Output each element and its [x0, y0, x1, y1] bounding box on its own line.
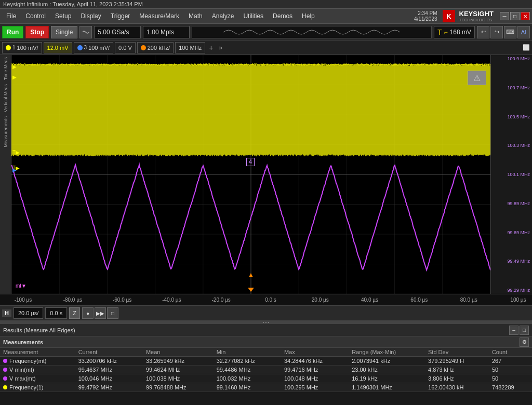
table-column-header: Range (Max-Min) — [349, 348, 425, 357]
math-tab[interactable]: 200 kHz/ — [137, 42, 174, 53]
math-scale: 200 kHz/ — [148, 45, 170, 51]
ch1-indicator — [6, 45, 11, 50]
memory-depth-display: 1.00 Mpts — [143, 26, 190, 38]
stop-button[interactable]: Stop — [25, 26, 49, 38]
menu-item-math[interactable]: Math — [184, 11, 207, 21]
channel-3-tab[interactable]: 3 100 mV/ — [74, 42, 114, 53]
menu-item-utilities[interactable]: Utilities — [239, 11, 268, 21]
time-label: 60.0 µs — [407, 297, 431, 303]
maximize-button[interactable]: □ — [510, 12, 520, 20]
table-column-header: Current — [75, 348, 143, 357]
channel-1-tab[interactable]: 1 100 mV/ — [2, 42, 42, 53]
menu-item-setup[interactable]: Setup — [51, 11, 75, 21]
horiz-label: H — [2, 309, 11, 317]
trigger-icon: T — [437, 28, 442, 36]
table-row: Frequency(mt)33.200706 kHz33.265949 kHz3… — [0, 357, 532, 366]
ch3-scale: 100 mV/ — [88, 45, 110, 51]
ch3-offset: 0.0 V — [118, 45, 132, 51]
measurement-value-cell: 1.1490301 MHz — [349, 383, 425, 392]
menu-item-trigger[interactable]: Trigger — [107, 11, 135, 21]
menu-items: FileControlSetupDisplayTriggerMeasure/Ma… — [2, 11, 319, 21]
row-dot — [3, 385, 7, 389]
menu-item-control[interactable]: Control — [21, 11, 50, 21]
zoom-button[interactable]: Z — [69, 307, 80, 319]
run-button[interactable]: Run — [2, 26, 23, 38]
measurement-value-cell: 100.295 MHz — [281, 383, 349, 392]
datetime-date: 4/11/2023 — [414, 16, 437, 22]
horiz-play-btn[interactable]: ▶▶ — [95, 307, 106, 319]
measurement-name-cell: Frequency(mt) — [0, 357, 75, 366]
table-row: Frequency(1)99.4792 MHz99.768488 MHz99.1… — [0, 383, 532, 392]
channel-tabs: 1 100 mV/ 12.0 mV 3 100 mV/ 0.0 V 200 kH… — [0, 40, 532, 55]
right-frequency-scale: 100.9 MHz100.7 MHz100.5 MHz100.3 MHz100.… — [490, 55, 532, 294]
datetime-time: 2:34 PM — [414, 10, 437, 16]
measurement-value-cell: 33.265949 kHz — [143, 357, 214, 366]
results-controls: – □ — [509, 326, 529, 335]
channel-3-offset-tab[interactable]: 0.0 V — [115, 42, 136, 53]
trigger-display: T ⌐ 168 mV — [434, 26, 475, 38]
close-button[interactable]: ✕ — [521, 12, 530, 20]
measurement-value-cell: 99.1460 MHz — [214, 383, 281, 392]
table-column-header: Max — [281, 348, 349, 357]
math-center-tab[interactable]: 100 MHz — [175, 42, 205, 53]
table-column-header: Min — [214, 348, 281, 357]
measurement-value-cell: 100.048 MHz — [281, 374, 349, 383]
sidebar-time-meas[interactable]: Time Meas — [2, 55, 9, 82]
auto-scale-button[interactable] — [79, 26, 92, 38]
measurement-value-cell: 99.4486 MHz — [214, 366, 281, 374]
table-column-header: Mean — [143, 348, 214, 357]
menu-item-file[interactable]: File — [2, 11, 20, 21]
logo-mark: K — [443, 10, 455, 22]
single-button[interactable]: Single — [51, 26, 77, 38]
horiz-square-btn[interactable]: □ — [107, 307, 118, 319]
undo-button[interactable]: ↩ — [477, 26, 489, 38]
menu-item-demos[interactable]: Demos — [269, 11, 297, 21]
time-label: -100 µs — [11, 297, 35, 303]
menu-item-analyze[interactable]: Analyze — [208, 11, 238, 21]
measurement-value-cell: 100.032 MHz — [214, 374, 281, 383]
measurement-value-cell: 34.284476 kHz — [281, 357, 349, 366]
channel-1-offset-tab[interactable]: 12.0 mV — [44, 42, 72, 53]
ch1-number: 1 — [12, 45, 16, 50]
ai-button[interactable]: AI — [517, 26, 530, 38]
table-row: V min(mt)99.4637 MHz99.4624 MHz99.4486 M… — [0, 366, 532, 374]
redo-button[interactable]: ↪ — [490, 26, 503, 38]
measurement-name-cell: Frequency(1) — [0, 383, 75, 392]
measurements-bar: Measurements ⚙ — [0, 336, 532, 348]
time-label: 0.0 s — [259, 297, 282, 303]
scale-value: 100.1 MHz — [493, 172, 530, 177]
ch1-offset: 12.0 mV — [47, 45, 69, 51]
horiz-position-display: 0.0 s — [45, 307, 67, 319]
sidebar-vertical-meas[interactable]: Vertical Meas — [2, 82, 9, 114]
add-channel-button[interactable]: + — [207, 44, 215, 52]
channel-view-toggle[interactable]: ⬜ — [523, 44, 530, 51]
window-controls[interactable]: ─ □ ✕ — [500, 12, 530, 20]
table-body: Frequency(mt)33.200706 kHz33.265949 kHz3… — [0, 357, 532, 392]
ch3-scope-arrow: ▶ — [12, 167, 17, 173]
measurement-value-cell: 99.4637 MHz — [75, 366, 143, 374]
more-channels-button[interactable]: » — [217, 44, 224, 51]
trigger-edge-icon: ⌐ — [444, 29, 448, 36]
ch1-scope-arrow: ▶ — [12, 74, 17, 80]
logo-sub: TECHNOLOGIES — [459, 18, 494, 22]
scale-value: 99.69 MHz — [493, 230, 530, 235]
scope-display: ⚠ 4 mt▼ ▲ T▶ ▶ ▶ — [11, 55, 490, 294]
ch1-scale: 100 mV/ — [17, 45, 38, 51]
sidebar-measurements[interactable]: Measurements — [2, 114, 9, 150]
results-collapse-btn[interactable]: – — [509, 326, 518, 335]
measurement-name-cell: V min(mt) — [0, 366, 75, 374]
measurement-value-cell: 379.295249 H — [425, 357, 489, 366]
horiz-circle-btn[interactable]: ● — [82, 307, 94, 319]
menu-item-measure-mark[interactable]: Measure/Mark — [135, 11, 183, 21]
menu-item-help[interactable]: Help — [298, 11, 319, 21]
measurement-value-cell: 23.00 kHz — [349, 366, 425, 374]
measurements-settings-btn[interactable]: ⚙ — [520, 338, 529, 347]
time-label: 40.0 µs — [358, 297, 381, 303]
measurement-value-cell: 32.277082 kHz — [214, 357, 281, 366]
time-label: 80.0 µs — [457, 297, 481, 303]
minimize-button[interactable]: ─ — [500, 12, 509, 20]
measurement-value-cell: 99.768488 MHz — [143, 383, 214, 392]
keypad-button[interactable]: ⌨ — [504, 26, 516, 38]
menu-item-display[interactable]: Display — [76, 11, 105, 21]
results-expand-btn[interactable]: □ — [520, 326, 529, 335]
